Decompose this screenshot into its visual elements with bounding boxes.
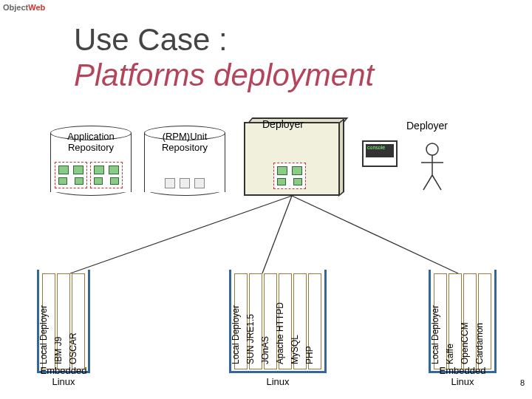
host-embedded-linux-2: Local Deployer Kaffe OpenCCM Cardamon Em… <box>429 270 497 373</box>
bar-label: OSCAR <box>68 332 78 364</box>
bar-label: Apache HTTPD <box>275 302 285 364</box>
component-icon <box>273 163 306 189</box>
stack-bar: PHP <box>308 273 321 369</box>
actor-icon <box>421 142 443 194</box>
slide-subtitle: Platforms deployment <box>74 58 374 93</box>
host-linux: Local Deployer SUN JRE1.5 JOnAS Apache H… <box>229 270 327 373</box>
bar-label: Cardamon <box>474 323 485 364</box>
page-number: 8 <box>520 378 525 387</box>
console-icon: console <box>362 140 398 167</box>
component-icon <box>55 162 87 188</box>
unit-icon <box>194 178 205 188</box>
bar-label: MySQL <box>290 335 300 364</box>
logo: ObjectWeb <box>3 3 45 12</box>
svg-line-5 <box>70 196 292 273</box>
cylinder-label: Application Repository <box>50 131 132 153</box>
bar-label: SUN JRE1.5 <box>245 314 256 364</box>
slide-title: Use Case : <box>74 22 228 58</box>
component-icon <box>90 162 123 188</box>
actor-label: Deployer <box>406 120 448 132</box>
console-text: console <box>366 144 394 157</box>
application-repository: Application Repository <box>50 126 132 196</box>
svg-point-0 <box>426 143 438 155</box>
host-label: Embedded Linux <box>39 365 88 387</box>
stack-bar: Cardamon <box>478 273 491 369</box>
rpm-unit-repository: (RPM)Unit Repository <box>144 126 225 196</box>
logo-part1: Object <box>3 3 28 12</box>
bar-label: Local Deployer <box>430 305 440 364</box>
bar-label: Kaffe <box>445 344 455 364</box>
bar-label: OpenCCM <box>460 322 470 364</box>
bar-label: Local Deployer <box>231 305 241 364</box>
unit-icon <box>165 178 175 188</box>
svg-line-7 <box>292 196 458 273</box>
bar-label: JOnAS <box>260 336 270 364</box>
svg-line-4 <box>432 175 441 190</box>
host-embedded-linux-1: Local Deployer IBM J9 OSCAR Embedded Lin… <box>37 270 90 373</box>
deployer-label: Deployer <box>262 118 304 130</box>
bar-label: IBM J9 <box>53 337 64 364</box>
host-label: Linux <box>231 376 324 387</box>
logo-part2: Web <box>28 3 45 12</box>
stack-bar: OSCAR <box>72 273 85 369</box>
bar-label: Local Deployer <box>38 305 49 364</box>
unit-icon <box>180 178 190 188</box>
svg-line-3 <box>423 175 432 190</box>
cylinder-label: (RPM)Unit Repository <box>144 131 225 153</box>
bar-label: PHP <box>304 346 315 364</box>
svg-line-6 <box>262 196 292 273</box>
host-label: Embedded Linux <box>431 365 494 387</box>
